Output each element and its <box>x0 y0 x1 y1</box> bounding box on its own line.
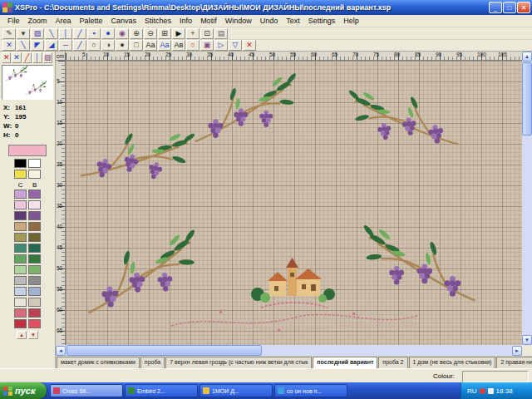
palette-swatch-0-0[interactable] <box>14 190 27 199</box>
bead-icon[interactable]: ◉ <box>116 28 129 39</box>
accent-swatch-0[interactable] <box>14 170 27 179</box>
backstitch-left-icon[interactable]: ╲ <box>45 28 58 39</box>
menu-item-zoom[interactable]: Zoom <box>24 17 52 25</box>
tab-sheet-6[interactable]: 2 правая ниж гр... <box>496 357 532 368</box>
tray-status-icon[interactable] <box>480 388 485 394</box>
menu-item-window[interactable]: Window <box>221 17 256 25</box>
menu-item-settings[interactable]: Settings <box>304 17 340 25</box>
zoom-out-icon[interactable]: ⊖ <box>144 28 157 39</box>
petite-stitch-icon[interactable]: ▪ <box>87 28 101 39</box>
circle-outline-icon[interactable]: ○ <box>87 40 101 51</box>
palette-swatch-4-1[interactable] <box>28 233 41 242</box>
palette-swatch-11-0[interactable] <box>14 308 27 318</box>
vertical-scroll-thumb[interactable] <box>522 62 532 135</box>
palette-scroll-down-icon[interactable]: ▼ <box>28 331 38 339</box>
palette-scroll-up-icon[interactable]: ▲ <box>17 331 27 339</box>
backstitch-vertical-icon[interactable]: │ <box>59 28 72 39</box>
tab-sheet-1[interactable]: проба <box>140 357 165 368</box>
zoom-page-icon[interactable]: ⊞ <box>158 28 171 39</box>
grid-toggle-icon[interactable]: ▤ <box>214 28 228 39</box>
half-cross-stitch-icon[interactable]: ╲ <box>17 40 30 51</box>
tab-sheet-4[interactable]: проба 2 <box>378 357 407 368</box>
palette-swatch-5-1[interactable] <box>28 244 41 253</box>
palette-swatch-4-0[interactable] <box>14 233 27 242</box>
current-color-swatch[interactable] <box>8 145 47 156</box>
flood-fill-icon[interactable]: ▨ <box>31 28 44 39</box>
horizontal-scrollbar[interactable]: ◄ ► <box>56 345 522 356</box>
palette-swatch-0-1[interactable] <box>28 190 41 199</box>
text-tool-cyrillic-icon[interactable]: Ав <box>172 40 185 51</box>
knot-tool-icon[interactable]: ✕ <box>243 40 256 51</box>
mini-half-stitch-icon[interactable]: ✕ <box>12 52 21 63</box>
palette-swatch-7-1[interactable] <box>28 265 41 274</box>
menu-item-info[interactable]: Info <box>175 17 196 25</box>
taskbar-task-3[interactable]: со он нов п... <box>274 384 347 397</box>
text-tool-small-icon[interactable]: Aa <box>144 40 157 51</box>
tray-app-icon[interactable] <box>488 388 494 394</box>
palette-swatch-9-1[interactable] <box>28 287 41 296</box>
menu-item-undo[interactable]: Undo <box>256 17 283 25</box>
palette-swatch-1-1[interactable] <box>28 200 41 209</box>
red-circle-tool-icon[interactable]: ○ <box>186 40 200 51</box>
mini-back-stitch-icon[interactable]: │ <box>32 52 42 63</box>
zoom-area-icon[interactable]: ⊡ <box>200 28 214 39</box>
horizontal-scroll-thumb[interactable] <box>66 345 262 356</box>
scroll-down-icon[interactable]: ▼ <box>522 335 532 345</box>
mini-full-stitch-icon[interactable]: ✕ <box>2 52 11 63</box>
palette-swatch-3-0[interactable] <box>14 222 27 231</box>
maximize-button[interactable]: □ <box>503 2 516 13</box>
scroll-right-icon[interactable]: ► <box>512 346 522 356</box>
taskbar-task-2[interactable]: 1МОИ Д... <box>200 384 273 397</box>
full-cross-stitch-icon[interactable]: ✕ <box>2 40 16 51</box>
palette-swatch-7-0[interactable] <box>14 265 27 274</box>
mono-swatch-0[interactable] <box>14 159 27 168</box>
taskbar-task-1[interactable]: Embird 2... <box>125 384 198 397</box>
language-indicator[interactable]: RU <box>467 387 477 395</box>
palette-swatch-2-0[interactable] <box>14 211 27 220</box>
tab-sheet-5[interactable]: 1 дом (не весь для стыковки) <box>409 357 496 368</box>
palette-swatch-5-0[interactable] <box>14 244 27 253</box>
circle-filled-icon[interactable]: ● <box>116 40 129 51</box>
menu-item-stitches[interactable]: Stitches <box>140 17 175 25</box>
palette-swatch-1-0[interactable] <box>14 200 27 209</box>
menu-item-area[interactable]: Area <box>52 17 76 25</box>
palette-swatch-9-0[interactable] <box>14 287 27 296</box>
scroll-up-icon[interactable]: ▲ <box>522 52 532 62</box>
text-tool-large-icon[interactable]: Aa <box>158 40 171 51</box>
palette-swatch-6-1[interactable] <box>28 254 41 264</box>
menu-item-text[interactable]: Text <box>282 17 304 25</box>
mini-quarter-stitch-icon[interactable]: ╱ <box>22 52 32 63</box>
palette-swatch-8-0[interactable] <box>14 276 27 285</box>
menu-item-help[interactable]: Help <box>339 17 363 25</box>
quarter-stitch-icon[interactable]: ◤ <box>31 40 44 51</box>
three-quarter-stitch-icon[interactable]: ◢ <box>45 40 58 51</box>
mini-special-stitch-icon[interactable]: ▨ <box>43 52 52 63</box>
bottom-swatch-1[interactable] <box>28 319 41 328</box>
palette-swatch-10-1[interactable] <box>28 298 41 307</box>
menu-item-palette[interactable]: Palette <box>76 17 107 25</box>
pencil-dropdown-icon[interactable]: ▾ <box>17 28 30 39</box>
palette-swatch-2-1[interactable] <box>28 211 41 220</box>
backstitch-right-icon[interactable]: ╱ <box>73 28 86 39</box>
menu-item-canvas[interactable]: Canvas <box>107 17 141 25</box>
close-button[interactable]: ✕ <box>517 2 530 13</box>
mono-swatch-1[interactable] <box>28 159 41 168</box>
circle-half-icon[interactable]: ◑ <box>101 40 115 51</box>
long-stitch-icon[interactable]: ╱ <box>73 40 86 51</box>
menu-item-motif[interactable]: Motif <box>196 17 221 25</box>
tab-sheet-2[interactable]: 7 верхн левая гроздь (с частью ниж ветки… <box>165 357 312 368</box>
back-stitch-icon[interactable]: ─ <box>59 40 72 51</box>
vertical-scrollbar[interactable]: ▲ ▼ <box>522 52 532 345</box>
pencil-tool-icon[interactable]: ✎ <box>2 28 16 39</box>
move-tool-icon[interactable]: + <box>186 28 200 39</box>
select-arrow-icon[interactable]: ▶ <box>172 28 185 39</box>
tab-sheet-3[interactable]: последний вариант <box>313 357 377 368</box>
motif-tool-icon[interactable]: ▣ <box>200 40 214 51</box>
palette-swatch-3-1[interactable] <box>28 222 41 231</box>
palette-swatch-10-0[interactable] <box>14 298 27 307</box>
palette-swatch-11-1[interactable] <box>28 308 41 318</box>
mirror-vertical-icon[interactable]: ▽ <box>229 40 242 51</box>
accent-swatch-1[interactable] <box>28 170 41 179</box>
zoom-in-icon[interactable]: ⊕ <box>130 28 143 39</box>
taskbar-task-0[interactable]: Cross Sti... <box>50 384 123 397</box>
